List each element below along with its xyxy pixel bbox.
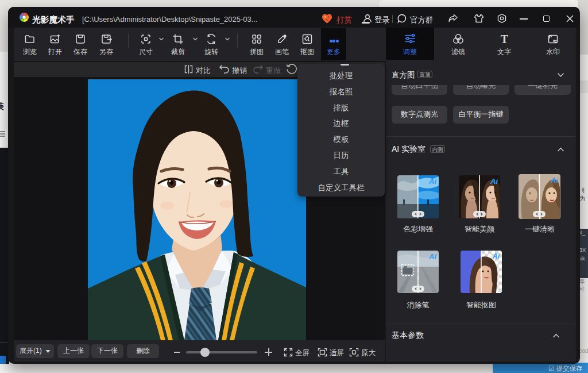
svg-text:T: T xyxy=(501,33,509,45)
svg-text:Ai: Ai xyxy=(428,252,436,261)
svg-text:Ai: Ai xyxy=(550,176,558,184)
svg-text:Ai: Ai xyxy=(492,252,500,260)
svg-text:Ai: Ai xyxy=(428,177,436,186)
svg-text:Ai: Ai xyxy=(490,177,498,186)
